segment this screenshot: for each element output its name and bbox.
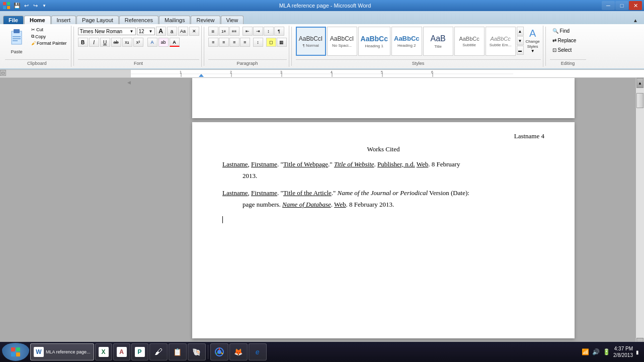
shading-button[interactable]: ◻ xyxy=(266,38,276,47)
taskbar-app-firefox[interactable]: 🦊 xyxy=(229,343,248,360)
lastname-1: Lastname xyxy=(222,160,248,168)
works-cited-title: Works Cited xyxy=(222,145,544,153)
scrollbar-thumb[interactable] xyxy=(636,93,643,108)
publisher-icon: P xyxy=(135,347,145,357)
start-button[interactable] xyxy=(2,343,29,361)
vertical-scrollbar[interactable]: ▲ ▼ xyxy=(636,78,644,348)
subscript-button[interactable]: x₂ xyxy=(122,38,132,47)
paste-button[interactable]: Paste xyxy=(5,27,28,56)
document-scroll[interactable]: Lastname 4 Works Cited Lastname, Firstna… xyxy=(131,78,636,348)
superscript-button[interactable]: x² xyxy=(133,38,143,47)
change-case-button[interactable]: Aa xyxy=(178,27,188,36)
increase-indent-button[interactable]: ⇥ xyxy=(253,27,263,36)
numbering-button[interactable]: 1≡ xyxy=(219,27,229,36)
scroll-up-button[interactable]: ▲ xyxy=(636,78,643,88)
svg-rect-0 xyxy=(3,2,6,5)
taskbar-app-publisher[interactable]: P xyxy=(131,343,148,360)
font-name-dropdown[interactable]: Times New Roman ▼ xyxy=(78,28,136,35)
select-button[interactable]: ⊡ Select xyxy=(550,46,575,54)
editing-label: Editing xyxy=(550,59,586,66)
multilevel-list-button[interactable]: ≡≡ xyxy=(229,27,239,36)
gallery-up-button[interactable]: ▲ xyxy=(517,27,524,36)
style-subtitle-label: Subtitle xyxy=(462,43,476,47)
show-marks-button[interactable]: ¶ xyxy=(274,27,284,36)
underline-button[interactable]: U xyxy=(100,38,110,47)
replace-button[interactable]: ⇄ Replace xyxy=(550,36,579,45)
taskbar-app-word[interactable]: W MLA reference page... xyxy=(30,343,94,360)
gallery-more-button[interactable]: ▬ xyxy=(517,46,524,55)
taskbar-app-excel[interactable]: X xyxy=(95,343,112,360)
web-1: Web xyxy=(417,160,429,168)
copy-button[interactable]: ⧉ Copy xyxy=(29,33,69,40)
svg-text:6: 6 xyxy=(431,70,433,74)
ribbon-toggle-button[interactable]: ▲ xyxy=(630,17,641,24)
taskbar-app-chrome[interactable] xyxy=(210,343,228,360)
undo-button[interactable]: ↩ xyxy=(22,2,30,10)
ruler-corner[interactable]: □ xyxy=(0,70,6,76)
text-effects-button[interactable]: A xyxy=(147,38,157,47)
bullets-button[interactable]: ≡ xyxy=(208,27,218,36)
align-right-button[interactable]: ≡ xyxy=(229,38,239,47)
shrink-font-button[interactable]: a xyxy=(167,27,177,36)
align-left-button[interactable]: ≡ xyxy=(208,38,218,47)
taskbar-app-shell[interactable]: 🐚 xyxy=(188,343,206,360)
quick-access-more-button[interactable]: ▼ xyxy=(40,2,48,10)
font-group: Times New Roman ▼ 12 ▼ A a Aa ✕ B I U xyxy=(76,26,202,67)
tab-page-layout[interactable]: Page Layout xyxy=(76,16,119,24)
show-desktop-button[interactable]: ▮ xyxy=(636,349,639,355)
line-spacing-button[interactable]: ↕ xyxy=(253,38,263,47)
tab-references[interactable]: References xyxy=(119,16,158,24)
style-heading1[interactable]: AaBbCc Heading 1 xyxy=(358,27,390,56)
align-center-button[interactable]: ≡ xyxy=(219,38,229,47)
style-title[interactable]: AaB Title xyxy=(423,27,453,56)
style-subtitle[interactable]: AaBbCc Subtitle xyxy=(454,27,485,56)
taskbar-app-ie[interactable]: e xyxy=(249,343,267,360)
close-button[interactable]: ✕ xyxy=(629,1,642,10)
style-subtle-emphasis[interactable]: AaBbCc Subtle Em... xyxy=(486,27,516,56)
tab-file[interactable]: File xyxy=(3,16,24,24)
editing-group: 🔍 Find ⇄ Replace ⊡ Select Editing xyxy=(548,26,588,67)
justify-button[interactable]: ≡ xyxy=(240,38,250,47)
taskbar-app-paint[interactable]: 🖌 xyxy=(149,343,168,360)
minimize-button[interactable]: ─ xyxy=(602,1,615,10)
font-size-dropdown[interactable]: 12 ▼ xyxy=(137,28,155,35)
maximize-button[interactable]: □ xyxy=(615,1,628,10)
page-4[interactable]: Lastname 4 Works Cited Lastname, Firstna… xyxy=(192,122,575,338)
strikethrough-button[interactable]: ab xyxy=(111,38,121,47)
taskbar-app-access[interactable]: A xyxy=(113,343,130,360)
redo-button[interactable]: ↪ xyxy=(31,2,39,10)
sort-button[interactable]: ↕ xyxy=(264,27,274,36)
format-painter-button[interactable]: 🖌 Format Painter xyxy=(29,40,69,46)
tab-insert[interactable]: Insert xyxy=(51,16,76,24)
taskbar-app-task[interactable]: 📋 xyxy=(169,343,187,360)
formatting-row: B I U ab x₂ x² A ab A xyxy=(78,38,180,47)
quick-access-toolbar: 💾 ↩ ↪ ▼ xyxy=(13,2,48,10)
style-no-spacing[interactable]: AaBbCcI No Spaci... xyxy=(327,27,357,56)
title-bar: 💾 ↩ ↪ ▼ MLA reference page - Microsoft W… xyxy=(0,0,644,11)
style-normal[interactable]: AaBbCcI ¶ Normal xyxy=(296,27,326,56)
citation-1-line2: 2013. xyxy=(222,170,544,182)
paint-icon: 🖌 xyxy=(153,346,164,357)
find-button[interactable]: 🔍 Find xyxy=(550,27,572,35)
borders-button[interactable]: ▦ xyxy=(277,38,287,47)
text-highlight-button[interactable]: ab xyxy=(158,38,169,47)
grow-font-button[interactable]: A xyxy=(156,27,166,36)
decrease-indent-button[interactable]: ⇤ xyxy=(243,27,253,36)
font-color-button[interactable]: A xyxy=(170,38,180,47)
cut-button[interactable]: ✂ Cut xyxy=(29,27,69,33)
clear-formatting-button[interactable]: ✕ xyxy=(189,27,199,36)
style-title-label: Title xyxy=(434,44,442,49)
cursor-position[interactable] xyxy=(222,216,544,224)
save-button[interactable]: 💾 xyxy=(13,2,21,10)
tab-mailings[interactable]: Mailings xyxy=(159,16,190,24)
tab-review[interactable]: Review xyxy=(191,16,220,24)
bold-button[interactable]: B xyxy=(78,38,88,47)
gallery-down-button[interactable]: ▼ xyxy=(517,36,524,45)
tab-view[interactable]: View xyxy=(221,16,244,24)
italic-button[interactable]: I xyxy=(89,38,99,47)
tab-home[interactable]: Home xyxy=(24,16,51,24)
style-heading2[interactable]: AaBbCc Heading 2 xyxy=(391,27,422,56)
change-styles-button[interactable]: A ChangeStyles ▼ xyxy=(525,27,541,54)
styles-group: AaBbCcI ¶ Normal AaBbCcI No Spaci... AaB… xyxy=(294,26,543,67)
scrollbar-track[interactable]: ▲ ▼ xyxy=(636,78,644,348)
